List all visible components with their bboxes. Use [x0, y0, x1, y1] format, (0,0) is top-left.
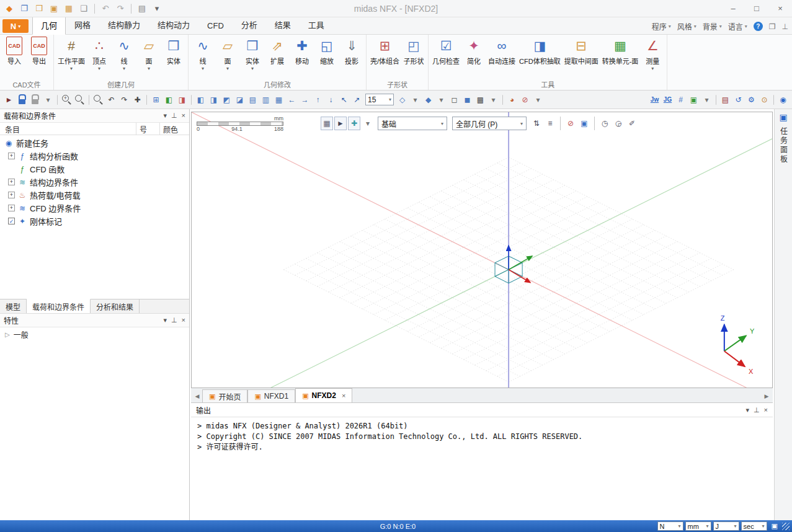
ribbon-button[interactable]: ⇓投影 [339, 35, 364, 79]
tab-structural-static[interactable]: 结构静力 [99, 16, 149, 34]
hide-icon[interactable]: ⊘ [564, 117, 577, 130]
expand-icon[interactable]: + [8, 192, 15, 198]
render-options-icon[interactable]: ◉ [777, 94, 789, 105]
ribbon-button[interactable]: ⊞壳/体组合 [368, 35, 401, 79]
expand-icon[interactable]: + [8, 179, 15, 185]
render-hidden-icon[interactable]: ▩ [474, 94, 486, 105]
close-panel-icon[interactable]: × [182, 316, 185, 324]
collapse-icon[interactable]: ▷ [5, 331, 10, 338]
pin-ribbon-icon[interactable]: ⊥ [782, 22, 788, 31]
pin-icon[interactable]: ⊥ [754, 406, 760, 414]
workplane-move-icon[interactable]: ◨ [176, 94, 188, 105]
ribbon-button[interactable]: ∞自动连接 [486, 35, 517, 79]
view-right-icon[interactable]: ◨ [208, 94, 220, 105]
program-menu[interactable]: 程序▾ [652, 21, 671, 32]
checkbox[interactable]: ✓ [8, 218, 15, 224]
column-number[interactable]: 号 [136, 123, 159, 135]
ribbon-button[interactable]: ⇗扩展 [265, 35, 290, 79]
probe-icon[interactable]: ✐ [626, 117, 638, 130]
rotate-view-down-icon[interactable]: ↓ [325, 94, 337, 105]
mdi-restore-icon[interactable]: ❐ [769, 22, 776, 31]
auto-update-icon[interactable]: ↺ [732, 94, 744, 105]
tab-loads-bc[interactable]: 载荷和边界条件 [27, 299, 91, 313]
datum-icon[interactable]: ✚ [348, 117, 360, 130]
render-wireframe-icon[interactable]: ◻ [448, 94, 460, 105]
clip-plane-icon[interactable]: ◕ [506, 94, 518, 105]
column-item[interactable]: 条目 [0, 123, 136, 135]
iso-view-icon[interactable]: ◇ [396, 94, 408, 105]
tree-item-structural-functions[interactable]: + ƒ 结构分析函数 [0, 149, 189, 162]
ribbon-button[interactable]: ∿线▾ [190, 35, 215, 79]
graphic-view-icon[interactable]: JG [662, 94, 674, 105]
expand-icon[interactable]: + [8, 153, 15, 159]
view-back-icon[interactable]: ▥ [260, 94, 272, 105]
ribbon-button[interactable]: ◱缩放 [314, 35, 339, 79]
zoom-window-icon[interactable] [74, 94, 86, 105]
tree-item-thermal-loads[interactable]: + ♨ 热荷载/电荷载 [0, 188, 189, 202]
close-panel-icon[interactable]: × [764, 406, 768, 414]
viewport[interactable]: Z Y X mm 0 94.1 188 ▦►✚ [191, 112, 773, 388]
unit-length-select[interactable]: mm▾ [685, 521, 711, 531]
new-file-icon[interactable]: ❐ [17, 2, 31, 16]
minimize-button[interactable]: – [721, 0, 745, 17]
close-panel-icon[interactable]: × [182, 112, 185, 120]
perspective-icon[interactable]: ◆ [422, 94, 434, 105]
resize-grip[interactable] [782, 523, 790, 530]
show-only-icon[interactable]: ▣ [578, 117, 590, 130]
tab-scroll-left-icon[interactable]: ◀ [192, 390, 202, 402]
capture-icon[interactable]: ▦ [321, 117, 333, 130]
undo-icon[interactable]: ↶ [99, 2, 112, 16]
tab-scroll-right-icon[interactable]: ▶ [762, 390, 772, 402]
ribbon-button[interactable]: CAD导入 [2, 35, 27, 79]
probe-result-icon[interactable]: ⊙ [759, 94, 770, 105]
select-entity-icon[interactable]: ► [334, 117, 347, 130]
ribbon-button[interactable]: ✦简化 [461, 35, 486, 79]
tab-geometry[interactable]: 几何 [32, 16, 66, 35]
language-menu[interactable]: 语言▾ [728, 21, 747, 32]
rotate-angle-input[interactable]: 15▾ [365, 94, 394, 105]
datum-select[interactable]: 基础▾ [378, 117, 447, 130]
tree-item-new-task[interactable]: ◉ 新建任务 [0, 136, 189, 149]
tree-item-cfd-functions[interactable]: ƒ CFD 函数 [0, 162, 189, 175]
chevron-down-icon[interactable]: ▾ [389, 97, 391, 102]
view-bottom-icon[interactable]: ◪ [234, 94, 246, 105]
select-parent-icon[interactable]: ⇅ [530, 117, 543, 130]
ribbon-button[interactable]: ▱面▾ [215, 35, 240, 79]
qat-menu-icon[interactable]: ▾ [150, 2, 164, 16]
chevron-down-icon[interactable]: ▾ [520, 121, 523, 126]
app-icon[interactable]: ◆ [2, 2, 16, 16]
unit-system-icon[interactable]: ▣ [772, 522, 778, 530]
pin-icon[interactable]: ⊥ [171, 112, 177, 120]
perspective-menu-icon[interactable]: ▾ [435, 94, 447, 105]
app-menu-button[interactable]: N▾ [2, 19, 29, 33]
tab-nfxd2[interactable]: ▣ NFXD2 × [295, 388, 352, 402]
ribbon-button[interactable]: ∴顶点▾ [87, 35, 112, 79]
ribbon-button[interactable]: ∿线▾ [112, 35, 136, 79]
open-file-icon[interactable]: ❒ [32, 2, 46, 16]
select-list-icon[interactable]: ≡ [544, 117, 556, 130]
report-icon[interactable]: ▤ [719, 94, 731, 105]
rotate-view-left-icon[interactable]: ← [286, 94, 298, 105]
tree-item-cfd-bc[interactable]: + ≋ CFD 边界条件 [0, 202, 189, 215]
unlock-icon[interactable] [29, 94, 41, 105]
tab-structural-dynamic[interactable]: 结构动力 [149, 16, 198, 34]
spin-icon[interactable]: ◶ [612, 117, 625, 130]
tab-cfd[interactable]: CFD [198, 18, 233, 34]
tab-model[interactable]: 模型 [0, 299, 27, 313]
tree-item-structural-bc[interactable]: + ≋ 结构边界条件 [0, 175, 189, 188]
ribbon-button[interactable]: ☑几何检查 [430, 35, 461, 79]
tab-tools[interactable]: 工具 [300, 16, 333, 34]
display-menu-icon[interactable]: ▾ [701, 94, 713, 105]
print-icon[interactable]: ❑ [77, 2, 91, 16]
panel-menu-icon[interactable]: ▾ [163, 316, 167, 324]
zoom-dynamic-icon[interactable] [92, 94, 104, 105]
select-target-select[interactable]: 全部几何 (P)▾ [452, 117, 527, 130]
property-group-general[interactable]: ▷ 一般 [0, 327, 189, 341]
unit-force-select[interactable]: N▾ [657, 521, 683, 531]
tab-mesh[interactable]: 网格 [66, 16, 99, 34]
snap-grid-icon[interactable]: # [675, 94, 687, 105]
workplane-icon[interactable]: ◧ [163, 94, 175, 105]
zoom-in-icon[interactable] [61, 94, 73, 105]
tab-start-page[interactable]: ▣ 开始页 [202, 389, 247, 402]
render-shaded-icon[interactable]: ◼ [461, 94, 473, 105]
